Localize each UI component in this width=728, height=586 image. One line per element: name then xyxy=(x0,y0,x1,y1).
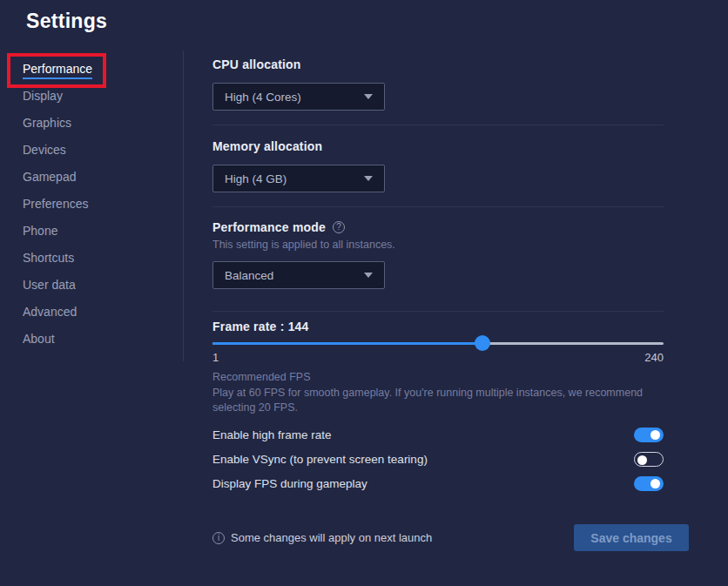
sidebar-content-divider xyxy=(183,51,184,361)
memory-allocation-value: High (4 GB) xyxy=(225,172,286,185)
sidebar-item-label: Phone xyxy=(23,224,57,241)
info-circle-icon: i xyxy=(212,532,225,544)
caret-down-icon xyxy=(364,94,373,99)
sidebar-item-label: Devices xyxy=(23,143,66,160)
toggle-knob xyxy=(650,479,660,488)
memory-allocation-label: Memory allocation xyxy=(212,139,322,153)
footer-note: i Some changes will apply on next launch xyxy=(212,531,432,544)
caret-down-icon xyxy=(364,176,373,181)
frame-rate-min: 1 xyxy=(212,351,219,364)
frame-rate-slider[interactable] xyxy=(212,335,664,351)
sidebar-item-gamepad[interactable]: Gamepad xyxy=(23,165,92,192)
save-changes-button[interactable]: Save changes xyxy=(574,524,689,551)
toggle-row-display-fps: Display FPS during gameplay xyxy=(212,476,664,491)
memory-allocation-dropdown[interactable]: High (4 GB) xyxy=(212,165,385,192)
performance-mode-row: Performance mode ? xyxy=(212,220,345,234)
sidebar-item-shortcuts[interactable]: Shortcuts xyxy=(23,246,92,273)
frame-rate-label: Frame rate : 144 xyxy=(212,320,309,333)
cpu-allocation-label: CPU allocation xyxy=(212,57,301,71)
frame-rate-minmax: 1 240 xyxy=(212,351,664,364)
cpu-allocation-dropdown[interactable]: High (4 Cores) xyxy=(212,83,385,111)
frame-rate-max: 240 xyxy=(644,351,664,364)
recommended-fps-body: Play at 60 FPS for smooth gameplay. If y… xyxy=(212,386,661,415)
toggle-row-high-frame-rate: Enable high frame rate xyxy=(212,428,664,442)
sidebar-item-graphics[interactable]: Graphics xyxy=(23,111,92,138)
caret-down-icon xyxy=(364,273,373,278)
high-frame-rate-toggle[interactable] xyxy=(634,428,664,442)
sidebar-item-label: Preferences xyxy=(23,197,88,214)
sidebar-item-label: Graphics xyxy=(23,116,71,133)
section-divider xyxy=(212,206,664,207)
sidebar-item-advanced[interactable]: Advanced xyxy=(23,300,92,327)
sidebar-item-label: Advanced xyxy=(23,305,77,322)
display-fps-toggle[interactable] xyxy=(634,476,664,491)
sidebar-item-display[interactable]: Display xyxy=(23,84,92,111)
performance-mode-subtitle: This setting is applied to all instances… xyxy=(212,239,395,251)
sidebar-item-preferences[interactable]: Preferences xyxy=(23,192,92,219)
toggle-label: Enable high frame rate xyxy=(212,428,332,441)
footer-note-text: Some changes will apply on next launch xyxy=(231,531,432,544)
vsync-toggle[interactable] xyxy=(634,452,664,467)
frame-rate-fill xyxy=(212,342,482,345)
section-divider xyxy=(212,125,664,125)
toggle-label: Display FPS during gameplay xyxy=(212,477,367,490)
question-circle-icon[interactable]: ? xyxy=(333,221,345,233)
toggle-row-vsync: Enable VSync (to prevent screen tearing) xyxy=(212,452,664,467)
recommended-fps-title: Recommended FPS xyxy=(212,371,311,383)
sidebar-item-label: User data xyxy=(23,278,76,295)
settings-sidebar: Performance Display Graphics Devices Gam… xyxy=(23,57,92,354)
performance-mode-label: Performance mode xyxy=(212,220,326,234)
sidebar-item-user-data[interactable]: User data xyxy=(23,273,92,300)
section-divider xyxy=(212,311,664,312)
sidebar-item-label: Performance xyxy=(23,62,92,79)
frame-rate-thumb[interactable] xyxy=(475,335,490,351)
cpu-allocation-value: High (4 Cores) xyxy=(225,91,301,104)
toggle-knob xyxy=(637,455,647,465)
page-title: Settings xyxy=(26,10,107,33)
sidebar-item-label: Gamepad xyxy=(23,170,76,187)
performance-settings-panel: CPU allocation High (4 Cores) Memory all… xyxy=(212,0,664,586)
sidebar-item-label: Shortcuts xyxy=(23,251,74,268)
performance-mode-value: Balanced xyxy=(225,269,273,282)
sidebar-item-phone[interactable]: Phone xyxy=(23,219,92,246)
sidebar-item-devices[interactable]: Devices xyxy=(23,138,92,165)
sidebar-item-about[interactable]: About xyxy=(23,327,92,354)
toggle-label: Enable VSync (to prevent screen tearing) xyxy=(212,453,428,466)
sidebar-item-performance[interactable]: Performance xyxy=(23,57,92,84)
sidebar-item-label: Display xyxy=(23,89,63,106)
performance-mode-dropdown[interactable]: Balanced xyxy=(212,261,385,289)
sidebar-item-label: About xyxy=(23,332,55,349)
toggle-knob xyxy=(650,430,660,440)
